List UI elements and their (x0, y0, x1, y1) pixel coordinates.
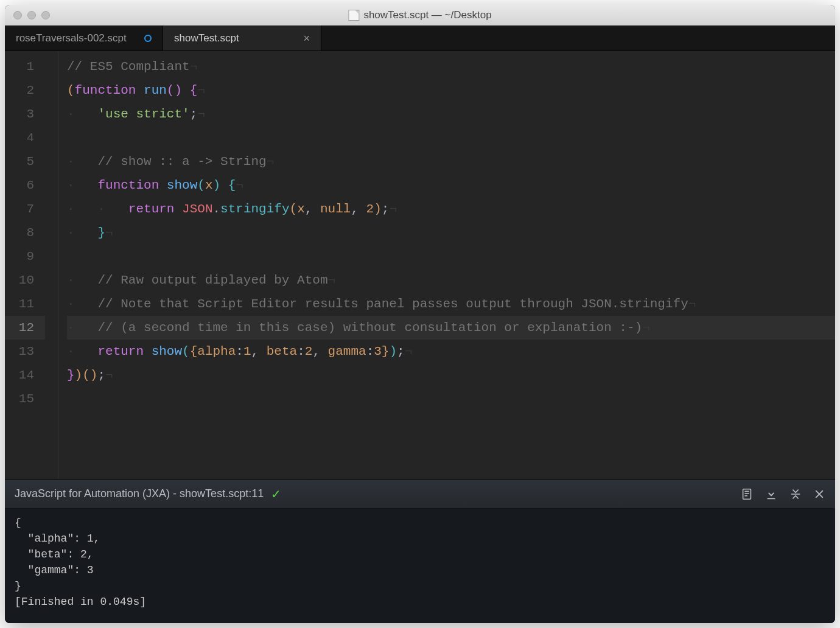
line-number[interactable]: 8 (5, 221, 45, 245)
tab-rose-traversals[interactable]: roseTraversals-002.scpt (5, 26, 163, 51)
output-body[interactable]: { "alpha": 1, "beta": 2, "gamma": 3 } [F… (5, 509, 835, 623)
code-area[interactable]: // ES5 Compliant¬(function run() {¬· 'us… (58, 51, 835, 479)
document-icon (348, 10, 359, 21)
code-line[interactable]: · function show(x) {¬ (67, 173, 835, 197)
output-panel: JavaScript for Automation (JXA) - showTe… (5, 479, 835, 623)
tab-bar: roseTraversals-002.scpt showTest.scpt × (5, 26, 835, 51)
code-line[interactable]: // ES5 Compliant¬ (67, 55, 835, 78)
fold-column (45, 51, 58, 479)
line-number[interactable]: 15 (5, 387, 45, 411)
code-line[interactable]: · 'use strict';¬ (67, 102, 835, 126)
collapse-icon[interactable] (789, 487, 802, 501)
tab-label: roseTraversals-002.scpt (16, 32, 127, 44)
output-header-text: JavaScript for Automation (JXA) - showTe… (15, 487, 264, 500)
output-toolbar (740, 487, 825, 501)
line-number[interactable]: 9 (5, 245, 45, 268)
tab-show-test[interactable]: showTest.scpt × (163, 26, 321, 51)
code-line[interactable]: · // Raw output diplayed by Atom¬ (67, 268, 835, 292)
close-window-button[interactable] (13, 11, 22, 19)
line-number[interactable]: 6 (5, 173, 45, 197)
code-line[interactable]: · }¬ (67, 221, 835, 245)
window-title: showTest.scpt — ~/Desktop (348, 9, 491, 21)
line-number-gutter: 123456789101112131415 (5, 51, 45, 479)
line-number[interactable]: 12 (5, 316, 45, 340)
code-line[interactable]: (function run() {¬ (67, 78, 835, 102)
zoom-window-button[interactable] (41, 11, 50, 19)
code-line[interactable] (67, 126, 835, 150)
line-number[interactable]: 14 (5, 363, 45, 387)
code-line[interactable]: · · return JSON.stringify(x, null, 2);¬ (67, 197, 835, 221)
code-line[interactable]: · return show({alpha:1, beta:2, gamma:3}… (67, 340, 835, 363)
line-number[interactable]: 3 (5, 102, 45, 126)
line-number[interactable]: 13 (5, 340, 45, 363)
code-line[interactable]: · // (a second time in this case) withou… (67, 316, 835, 340)
line-number[interactable]: 1 (5, 55, 45, 78)
titlebar[interactable]: showTest.scpt — ~/Desktop (5, 5, 835, 26)
line-number[interactable]: 7 (5, 197, 45, 221)
code-line[interactable]: · // Note that Script Editor results pan… (67, 292, 835, 316)
check-icon: ✓ (271, 487, 281, 501)
line-number[interactable]: 2 (5, 78, 45, 102)
close-panel-icon[interactable] (813, 488, 825, 500)
line-number[interactable]: 4 (5, 126, 45, 150)
traffic-lights (5, 11, 50, 19)
line-number[interactable]: 10 (5, 268, 45, 292)
minimize-window-button[interactable] (27, 11, 36, 19)
close-tab-icon[interactable]: × (303, 33, 310, 44)
tab-label: showTest.scpt (174, 32, 239, 44)
editor-window: showTest.scpt — ~/Desktop roseTraversals… (5, 5, 835, 623)
copy-icon[interactable] (740, 487, 754, 501)
code-line[interactable]: })();¬ (67, 363, 835, 387)
line-number[interactable]: 5 (5, 150, 45, 173)
modified-indicator-icon (144, 35, 152, 42)
svg-rect-0 (743, 489, 751, 499)
line-number[interactable]: 11 (5, 292, 45, 316)
code-editor[interactable]: 123456789101112131415 // ES5 Compliant¬(… (5, 51, 835, 479)
code-line[interactable] (67, 245, 835, 268)
code-line[interactable]: · // show :: a -> String¬ (67, 150, 835, 173)
download-icon[interactable] (765, 487, 778, 501)
window-title-text: showTest.scpt — ~/Desktop (363, 9, 491, 21)
output-header: JavaScript for Automation (JXA) - showTe… (5, 480, 835, 509)
code-line[interactable] (67, 387, 835, 411)
